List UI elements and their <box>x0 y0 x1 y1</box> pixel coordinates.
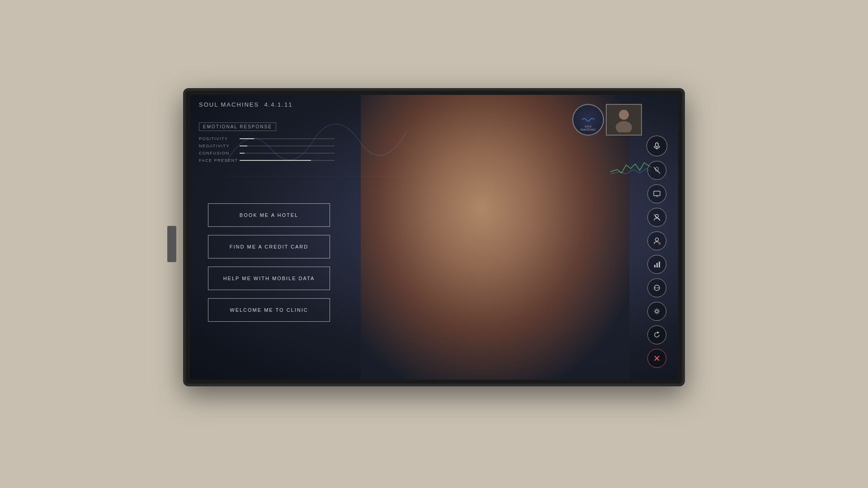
svg-point-11 <box>656 238 659 241</box>
soul-machines-small-label: soulmachines <box>580 125 596 131</box>
action-button-welcome-clinic[interactable]: WELCOME ME TO CLINIC <box>208 298 330 322</box>
emotion-bar-fill <box>240 145 247 146</box>
control-button-mic[interactable] <box>646 136 667 156</box>
control-button-person-x[interactable] <box>647 231 666 250</box>
brand-version: 4.4.1.11 <box>264 101 292 108</box>
emotion-bar-bg <box>240 145 335 146</box>
emotion-label: CONFUSION <box>199 151 240 155</box>
emotion-label: FACE PRESENT <box>199 158 240 163</box>
emotion-bar-bg <box>240 160 335 161</box>
wall-mount <box>167 226 176 262</box>
control-button-close[interactable] <box>647 349 666 368</box>
emotional-title: EMOTIONAL RESPONSE <box>199 122 276 131</box>
emotion-rows: POSITIVITY NEGATIVITY CONFUSION FACE PRE… <box>199 136 335 163</box>
tv-display: SOUL MACHINES 4.4.1.11 EMOTIONAL RESPONS… <box>183 88 685 386</box>
emotion-label: NEGATIVITY <box>199 144 240 148</box>
emotion-bar-fill <box>240 160 311 161</box>
control-button-settings[interactable] <box>647 302 666 321</box>
action-button-mobile-data[interactable]: HELP ME WITH MOBILE DATA <box>208 267 330 290</box>
control-button-chart[interactable] <box>647 255 666 274</box>
buttons-panel: BOOK ME A HOTELFIND ME A CREDIT CARDHELP… <box>208 203 330 322</box>
soul-machines-avatar: soulmachines <box>572 104 604 136</box>
wall-background: SOUL MACHINES 4.4.1.11 EMOTIONAL RESPONS… <box>0 0 868 488</box>
emotion-row-confusion: CONFUSION <box>199 151 335 155</box>
emotion-bar-bg <box>240 153 335 154</box>
brand-label: SOUL MACHINES 4.4.1.11 <box>199 101 292 108</box>
control-button-disconnect[interactable] <box>647 278 666 297</box>
emotion-label: POSITIVITY <box>199 136 240 141</box>
soul-wave-icon <box>581 116 595 124</box>
emotion-row-face-present: FACE PRESENT <box>199 158 335 163</box>
control-button-refresh[interactable] <box>647 325 666 344</box>
tv-screen: SOUL MACHINES 4.4.1.11 EMOTIONAL RESPONS… <box>190 95 678 380</box>
svg-point-1 <box>619 110 629 120</box>
emotion-bar-bg <box>240 138 335 139</box>
svg-point-2 <box>616 121 632 132</box>
svg-rect-16 <box>659 262 660 267</box>
controls-sidebar <box>646 136 667 368</box>
svg-rect-15 <box>656 263 658 267</box>
user-video-thumbnail <box>606 104 642 136</box>
emotion-bar-fill <box>240 153 245 154</box>
user-silhouette <box>613 108 635 132</box>
svg-line-5 <box>654 167 660 174</box>
graph-widget <box>610 160 651 176</box>
control-button-screen[interactable] <box>647 184 666 203</box>
graph-lines <box>610 160 651 176</box>
action-button-book-hotel[interactable]: BOOK ME A HOTEL <box>208 203 330 227</box>
svg-rect-7 <box>654 191 660 196</box>
emotional-panel: EMOTIONAL RESPONSE POSITIVITY NEGATIVITY… <box>199 122 335 165</box>
emotion-row-positivity: POSITIVITY <box>199 136 335 141</box>
brand-name: SOUL MACHINES <box>199 101 259 108</box>
control-button-person-off[interactable] <box>647 208 666 227</box>
video-widget: soulmachines <box>572 104 642 136</box>
svg-rect-3 <box>656 143 658 147</box>
svg-point-20 <box>656 310 658 313</box>
svg-rect-14 <box>654 265 656 267</box>
action-button-find-credit[interactable]: FIND ME A CREDIT CARD <box>208 235 330 258</box>
emotion-bar-fill <box>240 138 254 139</box>
emotion-row-negativity: NEGATIVITY <box>199 144 335 148</box>
control-button-mute[interactable] <box>647 161 666 180</box>
